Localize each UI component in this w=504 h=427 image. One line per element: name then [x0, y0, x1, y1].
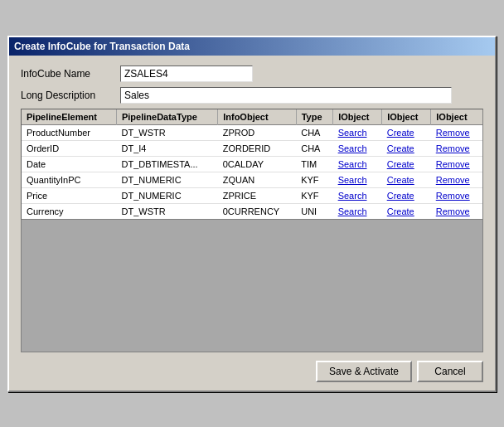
col-pipeline-data-type: PipelineDataType	[116, 109, 217, 125]
table-header-row: PipelineElement PipelineDataType InfoObj…	[22, 109, 482, 125]
table-row: OrderIDDT_I4ZORDERIDCHASearchCreateRemov…	[22, 140, 482, 156]
dialog-body: InfoCube Name Long Description PipelineE…	[9, 56, 495, 391]
infocube-name-input[interactable]	[120, 66, 253, 82]
create-link[interactable]: Create	[387, 191, 414, 201]
create-link[interactable]: Create	[387, 128, 414, 138]
description-label: Long Description	[21, 90, 120, 101]
description-row: Long Description	[21, 87, 483, 104]
search-link[interactable]: Search	[338, 191, 367, 201]
table-row: DateDT_DBTIMESTA...0CALDAYTIMSearchCreat…	[22, 156, 482, 172]
infocube-name-label: InfoCube Name	[21, 68, 120, 80]
save-activate-button[interactable]: Save & Activate	[316, 361, 412, 382]
create-link[interactable]: Create	[387, 206, 414, 216]
create-link[interactable]: Create	[387, 175, 414, 185]
pipeline-table: PipelineElement PipelineDataType InfoObj…	[22, 109, 482, 219]
title-bar: Create InfoCube for Transaction Data	[9, 37, 495, 56]
create-link[interactable]: Create	[387, 159, 414, 169]
remove-link[interactable]: Remove	[436, 143, 470, 153]
col-iobject-2: IObject	[382, 109, 431, 125]
button-row: Save & Activate Cancel	[21, 352, 483, 382]
table-row: ProductNumberDT_WSTRZPRODCHASearchCreate…	[22, 124, 482, 140]
remove-link[interactable]: Remove	[436, 191, 470, 201]
description-input[interactable]	[120, 87, 452, 104]
dialog-window: Create InfoCube for Transaction Data Inf…	[7, 36, 497, 392]
col-info-object: InfoObject	[218, 109, 296, 125]
remove-link[interactable]: Remove	[436, 175, 470, 185]
col-iobject-3: IObject	[431, 109, 482, 125]
cancel-button[interactable]: Cancel	[417, 361, 483, 382]
empty-area	[21, 220, 483, 352]
table-row: PriceDT_NUMERICZPRICEKYFSearchCreateRemo…	[22, 187, 482, 203]
search-link[interactable]: Search	[338, 128, 367, 138]
search-link[interactable]: Search	[338, 206, 367, 216]
remove-link[interactable]: Remove	[436, 206, 470, 216]
remove-link[interactable]: Remove	[436, 128, 470, 138]
dialog-title: Create InfoCube for Transaction Data	[14, 41, 190, 52]
search-link[interactable]: Search	[338, 175, 367, 185]
search-link[interactable]: Search	[338, 143, 367, 153]
col-iobject-1: IObject	[333, 109, 382, 125]
create-link[interactable]: Create	[387, 143, 414, 153]
col-type: Type	[296, 109, 332, 125]
data-table-container: PipelineElement PipelineDataType InfoObj…	[21, 109, 483, 220]
search-link[interactable]: Search	[338, 159, 367, 169]
table-row: CurrencyDT_WSTR0CURRENCYUNISearchCreateR…	[22, 203, 482, 219]
infocube-name-row: InfoCube Name	[21, 66, 483, 82]
col-pipeline-element: PipelineElement	[22, 109, 116, 125]
table-row: QuantityInPCDT_NUMERICZQUANKYFSearchCrea…	[22, 172, 482, 187]
remove-link[interactable]: Remove	[436, 159, 470, 169]
